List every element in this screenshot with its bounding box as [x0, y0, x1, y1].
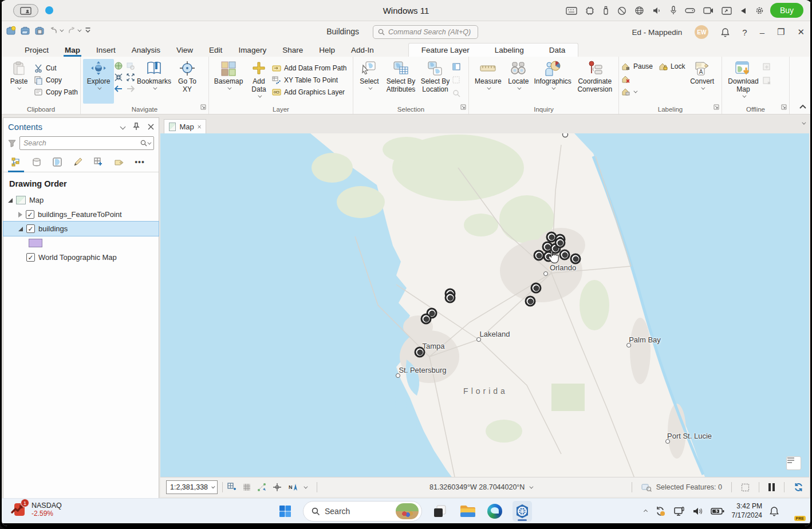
microphone-icon[interactable] — [670, 6, 677, 15]
next-extent-icon[interactable] — [126, 84, 135, 93]
building-point-marker[interactable] — [555, 238, 566, 248]
navigate-dialog-launcher[interactable] — [200, 102, 206, 112]
keyboard-icon[interactable] — [566, 7, 577, 15]
ribbon-tab-map[interactable]: Map — [57, 45, 88, 57]
tab-labeling[interactable] — [112, 156, 126, 168]
go-to-xy-button[interactable]: Go To XY — [173, 59, 202, 104]
new-layout-icon[interactable] — [227, 483, 236, 492]
globe-icon[interactable] — [634, 6, 644, 15]
pause-drawing-button[interactable] — [768, 483, 775, 491]
building-point-marker[interactable] — [525, 296, 536, 307]
minimize-button[interactable]: – — [760, 27, 764, 37]
selected-features-count[interactable]: Selected Features: 0 — [656, 483, 722, 491]
battery-icon[interactable] — [711, 507, 724, 515]
prev-icon[interactable] — [740, 7, 747, 14]
tree-row-map[interactable]: Map — [3, 193, 159, 207]
tab-more[interactable]: ••• — [133, 156, 147, 168]
redo-dropdown[interactable] — [77, 27, 81, 31]
contextual-tab-data[interactable]: Data — [537, 45, 578, 57]
usb-icon[interactable] — [602, 6, 609, 15]
drive-icon[interactable] — [685, 7, 695, 14]
add-data-button[interactable]: Add Data — [246, 59, 272, 104]
building-point-marker[interactable] — [421, 314, 432, 325]
statusbar-more-chevron-icon[interactable] — [303, 484, 308, 488]
tab-data-source[interactable] — [30, 156, 44, 168]
building-point-marker[interactable] — [559, 250, 570, 260]
save-project-button[interactable] — [35, 26, 45, 35]
file-explorer-button[interactable] — [458, 501, 477, 522]
help-button[interactable]: ? — [742, 27, 747, 37]
fixed-zoom-out-icon[interactable] — [126, 73, 135, 82]
arcgis-pro-button[interactable] — [513, 501, 532, 522]
infographics-button[interactable]: Infographics — [532, 59, 574, 104]
zoom-full-extent-icon[interactable] — [114, 61, 123, 70]
bookmarks-dropdown[interactable] — [153, 85, 157, 89]
new-project-button[interactable] — [6, 26, 16, 35]
locate-button[interactable]: Locate — [505, 59, 532, 104]
tree-row-world-topographic-map[interactable]: ✓World Topographic Map — [3, 250, 159, 264]
pause-labeling-button[interactable]: Pause — [621, 62, 653, 71]
select-button[interactable]: Select — [356, 59, 383, 104]
ribbon-tab-view[interactable]: View — [168, 45, 201, 57]
grid-icon[interactable] — [242, 483, 251, 492]
locate-dropdown[interactable] — [517, 85, 521, 89]
offline-dialog-launcher[interactable] — [781, 102, 787, 112]
crosshair-icon[interactable] — [273, 483, 282, 492]
update-sync-icon[interactable] — [655, 506, 666, 517]
sync-map-icon[interactable] — [762, 62, 771, 72]
fixed-zoom-in-icon[interactable] — [114, 73, 123, 82]
basemap-button[interactable]: Basemap — [211, 59, 246, 104]
camera-icon[interactable] — [703, 7, 714, 14]
convert-dropdown[interactable] — [701, 85, 705, 89]
scale-select[interactable]: 1:2,381,338 — [166, 480, 218, 494]
close-tab-icon[interactable] — [198, 124, 201, 129]
copilot-button[interactable]: PRE — [786, 503, 803, 520]
cpu-icon[interactable] — [585, 6, 594, 15]
label-options-button[interactable] — [621, 87, 685, 96]
copy-button[interactable]: Copy — [34, 76, 78, 85]
ribbon-tab-imagery[interactable]: Imagery — [230, 45, 274, 57]
filter-icon[interactable] — [8, 139, 16, 147]
customize-qat-button[interactable] — [85, 27, 91, 34]
building-point-marker[interactable] — [543, 251, 554, 262]
buy-button[interactable]: Buy — [770, 3, 803, 18]
select-box-icon[interactable] — [741, 483, 750, 492]
signed-in-user[interactable]: Ed - Mappedin — [632, 28, 682, 37]
collapse-ribbon-button[interactable] — [799, 101, 807, 112]
restore-button[interactable]: ❐ — [777, 27, 785, 37]
contextual-tab-feature-layer[interactable]: Feature Layer — [409, 45, 482, 57]
measure-button[interactable]: Measure — [471, 59, 505, 104]
layer-visibility-checkbox[interactable]: ✓ — [26, 253, 35, 262]
previous-extent-icon[interactable] — [114, 84, 123, 93]
add-data-from-path-button[interactable]: Add Data From Path — [272, 64, 346, 73]
contents-search-input[interactable]: Search — [19, 136, 154, 150]
close-button[interactable]: ✕ — [797, 27, 805, 37]
explore-button[interactable]: Explore — [83, 59, 114, 104]
basemap-dropdown[interactable] — [227, 85, 231, 89]
remove-labels-button[interactable] — [621, 74, 685, 84]
coordinate-readout[interactable]: 81.3260349°W 28.7044020°N — [429, 483, 532, 491]
symbol-swatch[interactable] — [29, 239, 42, 247]
blocked-icon[interactable] — [617, 6, 626, 15]
ribbon-tab-insert[interactable]: Insert — [88, 45, 124, 57]
coordinate-conversion-button[interactable]: Coordinate Conversion — [573, 59, 616, 104]
select-by-attributes-button[interactable]: Select By Attributes — [383, 59, 419, 104]
tree-row-buildings[interactable]: ✓buildings — [3, 222, 159, 236]
download-map-dropdown[interactable] — [742, 93, 746, 97]
map-canvas[interactable]: OrlandoTampaLakelandSt. PetersburgPalm B… — [160, 133, 809, 477]
layer-visibility-checkbox[interactable]: ✓ — [26, 224, 35, 233]
start-button[interactable] — [275, 501, 295, 522]
map-overview-button[interactable] — [786, 456, 801, 470]
zoom-selected-icon[interactable] — [126, 61, 135, 70]
tab-snapping[interactable] — [92, 156, 105, 168]
task-view-button[interactable] — [430, 501, 450, 522]
tab-selection[interactable] — [50, 156, 64, 168]
expander-closed-icon[interactable] — [18, 212, 22, 218]
volume-icon[interactable] — [652, 6, 662, 15]
lock-labels-button[interactable]: Lock — [659, 62, 685, 71]
speaker-icon[interactable] — [692, 507, 703, 516]
xy-table-to-point-button[interactable]: XY Table To Point — [272, 76, 346, 85]
snap-mode-icon[interactable] — [257, 483, 267, 492]
notification-bell-icon[interactable] — [770, 506, 779, 516]
attributes-pane-icon[interactable] — [452, 62, 461, 72]
